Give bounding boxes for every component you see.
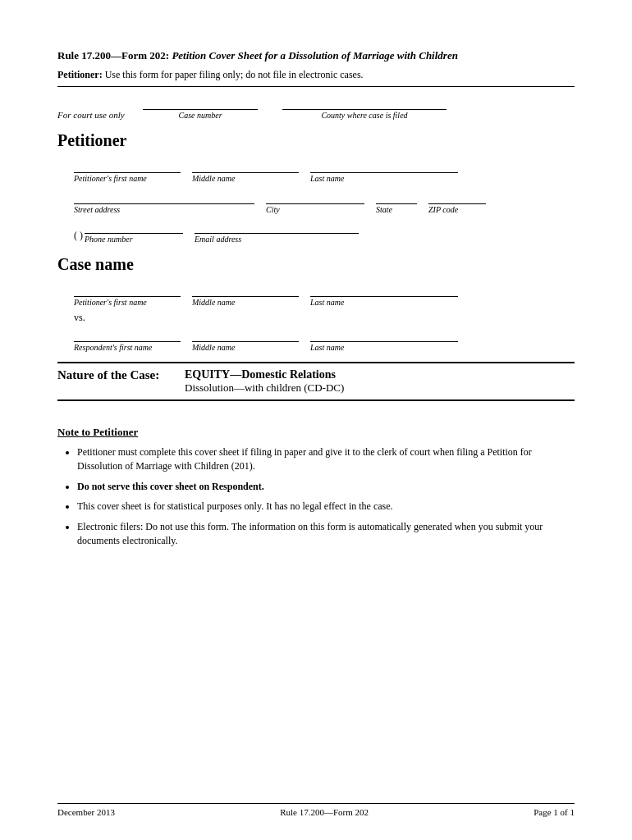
- case-name-heading: Case name: [57, 255, 575, 274]
- rule-number: Rule 17.200—Form 202:: [57, 49, 169, 62]
- top-divider: [57, 86, 575, 87]
- petitioner-middle-name-field: Middle name: [192, 158, 299, 183]
- nature-line2: Dissolution—with children (CD-DC): [185, 381, 344, 395]
- county-line[interactable]: [282, 95, 447, 110]
- respondent-last-field: Last name: [310, 327, 458, 352]
- respondent-last-input[interactable]: [310, 327, 458, 342]
- petitioner-name-row: Petitioner's first name Middle name Last…: [74, 158, 575, 183]
- nature-row: Nature of the Case: EQUITY—Domestic Rela…: [57, 362, 575, 401]
- nature-value: EQUITY—Domestic Relations Dissolution—wi…: [185, 368, 344, 395]
- petitioner-last-name-input[interactable]: [310, 158, 458, 173]
- petitioner-note-label: Petitioner:: [57, 69, 103, 80]
- court-use-label: For court use only: [57, 110, 131, 120]
- zip-input[interactable]: [428, 189, 486, 204]
- footer-left: December 2013: [57, 807, 115, 817]
- list-item: This cover sheet is for statistical purp…: [77, 500, 575, 514]
- city-input[interactable]: [266, 189, 364, 204]
- petitioner-first-name-field: Petitioner's first name: [74, 158, 181, 183]
- phone-input[interactable]: [85, 219, 183, 234]
- case-petitioner-last-input[interactable]: [310, 282, 458, 297]
- case-number-label: Case number: [143, 111, 258, 120]
- street-address-label: Street address: [74, 205, 254, 214]
- nature-label: Nature of the Case:: [57, 368, 185, 395]
- petitioner-last-name-field: Last name: [310, 158, 458, 183]
- list-item: Petitioner must complete this cover shee…: [77, 445, 575, 473]
- case-petitioner-middle-field: Middle name: [192, 282, 299, 307]
- petitioner-address-row: Street address City State ZIP code: [74, 189, 575, 214]
- case-petitioner-middle-label: Middle name: [192, 298, 299, 307]
- petitioner-first-name-input[interactable]: [74, 158, 181, 173]
- city-label: City: [266, 205, 364, 214]
- vs-label: vs.: [74, 312, 575, 324]
- county-field: County where case is filed: [282, 95, 447, 120]
- phone-field: ( ) Phone number: [74, 219, 183, 244]
- respondent-middle-field: Middle name: [192, 327, 299, 352]
- petitioner-middle-name-input[interactable]: [192, 158, 299, 173]
- note-heading: Note to Petitioner: [57, 426, 575, 439]
- case-petitioner-last-field: Last name: [310, 282, 458, 307]
- footer-right: Page 1 of 1: [534, 807, 575, 817]
- state-input[interactable]: [376, 189, 417, 204]
- street-address-input[interactable]: [74, 189, 254, 204]
- case-petitioner-middle-input[interactable]: [192, 282, 299, 297]
- case-petitioner-last-label: Last name: [310, 298, 458, 307]
- petitioner-phone-row: ( ) Phone number Email address: [74, 219, 575, 244]
- respondent-first-label: Respondent's first name: [74, 343, 181, 352]
- note-section: Note to Petitioner Petitioner must compl…: [57, 426, 575, 548]
- case-petitioner-first-input[interactable]: [74, 282, 181, 297]
- footer-center: Rule 17.200—Form 202: [280, 807, 369, 817]
- bullet-list: Petitioner must complete this cover shee…: [57, 445, 575, 548]
- respondent-last-label: Last name: [310, 343, 458, 352]
- phone-label: Phone number: [85, 235, 183, 244]
- state-label: State: [376, 205, 417, 214]
- petitioner-middle-name-label: Middle name: [192, 174, 299, 183]
- bullet-text-1: Petitioner must complete this cover shee…: [77, 446, 532, 472]
- phone-prefix: ( ): [74, 230, 83, 244]
- footer: December 2013 Rule 17.200—Form 202 Page …: [57, 803, 575, 817]
- email-input[interactable]: [195, 219, 359, 234]
- respondent-middle-input[interactable]: [192, 327, 299, 342]
- rule-title: Rule 17.200—Form 202: Petition Cover She…: [57, 49, 575, 62]
- respondent-first-field: Respondent's first name: [74, 327, 181, 352]
- court-use-row: For court use only Case number County wh…: [57, 95, 575, 120]
- list-item: Electronic filers: Do not use this form.…: [77, 520, 575, 548]
- list-item: Do not serve this cover sheet on Respond…: [77, 480, 575, 494]
- zip-label: ZIP code: [428, 205, 486, 214]
- case-petitioner-first-label: Petitioner's first name: [74, 298, 181, 307]
- email-field: Email address: [195, 219, 359, 244]
- respondent-first-input[interactable]: [74, 327, 181, 342]
- bullet-text-2: Do not serve this cover sheet on Respond…: [77, 481, 264, 492]
- case-number-field: Case number: [143, 95, 258, 120]
- county-label: County where case is filed: [282, 111, 447, 120]
- state-field: State: [376, 189, 417, 214]
- petitioner-note: Petitioner: Use this form for paper fili…: [57, 69, 575, 81]
- respondent-middle-label: Middle name: [192, 343, 299, 352]
- bullet-text-3: This cover sheet is for statistical purp…: [77, 500, 393, 512]
- nature-line1: EQUITY—Domestic Relations: [185, 368, 344, 381]
- zip-field: ZIP code: [428, 189, 486, 214]
- city-field: City: [266, 189, 364, 214]
- email-label: Email address: [195, 235, 359, 244]
- petitioner-first-name-label: Petitioner's first name: [74, 174, 181, 183]
- petitioner-heading: Petitioner: [57, 131, 575, 150]
- petitioner-note-text: Use this form for paper filing only; do …: [105, 69, 364, 80]
- petitioner-last-name-label: Last name: [310, 174, 458, 183]
- street-address-field: Street address: [74, 189, 254, 214]
- case-petitioner-first-field: Petitioner's first name: [74, 282, 181, 307]
- court-fields: Case number County where case is filed: [143, 95, 575, 120]
- bullet-text-4: Electronic filers: Do not use this form.…: [77, 521, 543, 546]
- form-title: Petition Cover Sheet for a Dissolution o…: [172, 49, 458, 62]
- case-number-line[interactable]: [143, 95, 258, 110]
- respondent-row: Respondent's first name Middle name Last…: [74, 327, 575, 352]
- case-petitioner-row: Petitioner's first name Middle name Last…: [74, 282, 575, 307]
